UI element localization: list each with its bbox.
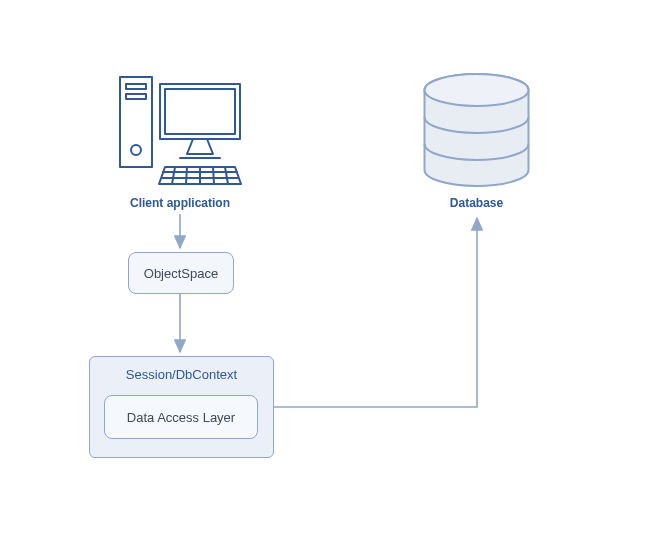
arrow-session-to-database: [273, 218, 477, 407]
connectors: [0, 0, 662, 542]
diagram-canvas: Client application Database ObjectSpace …: [0, 0, 662, 542]
